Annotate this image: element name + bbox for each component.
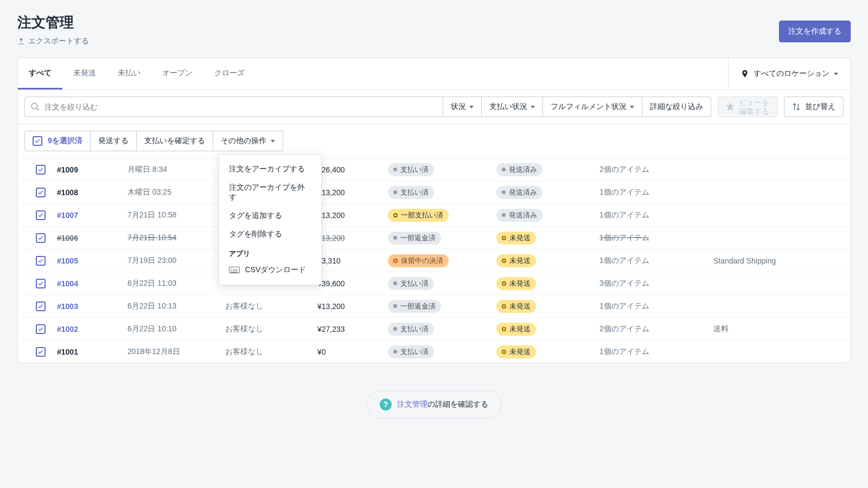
order-id-link[interactable]: #1001 xyxy=(57,348,127,356)
order-items: 1個のアイテム xyxy=(599,347,713,357)
fulfillment-status: 未発送 xyxy=(496,232,599,245)
row-checkbox[interactable] xyxy=(36,165,46,175)
order-id-link[interactable]: #1009 xyxy=(57,165,127,174)
search-input[interactable] xyxy=(40,102,437,111)
order-date: 7月19日 23:00 xyxy=(127,256,225,266)
row-checkbox[interactable] xyxy=(36,188,46,197)
order-id-link[interactable]: #1006 xyxy=(57,234,127,242)
table-row[interactable]: #1009月曜日 8:34¥26,400支払い済発送済み2個のアイテム xyxy=(18,158,850,181)
learn-more-link[interactable]: ? 注文管理の詳細を確認する xyxy=(366,390,502,419)
fulfillment-status: 未発送 xyxy=(496,300,599,313)
table-row[interactable]: #10057月19日 23:00¥3,310保留中の決済未発送1個のアイテムSt… xyxy=(18,249,850,272)
bulk-actions-dropdown: 注文をアーカイブする 注文のアーカイブを外す タグを追加する タグを削除する ア… xyxy=(219,154,322,285)
svg-point-0 xyxy=(31,103,37,109)
row-checkbox[interactable] xyxy=(36,279,46,288)
dd-archive[interactable]: 注文をアーカイブする xyxy=(219,160,321,178)
bulk-select-all[interactable]: 9を選択済 xyxy=(24,131,91,151)
order-id-link[interactable]: #1002 xyxy=(57,325,127,333)
order-items: 2個のアイテム xyxy=(599,165,713,175)
dd-unarchive[interactable]: 注文のアーカイブを外す xyxy=(219,178,321,207)
page-title: 注文管理 xyxy=(17,13,89,32)
status-badge: 一部返金済 xyxy=(388,300,441,313)
order-total: ¥0 xyxy=(317,348,388,356)
row-checkbox[interactable] xyxy=(36,233,46,243)
row-checkbox[interactable] xyxy=(36,256,46,266)
tab-unshipped[interactable]: 未発送 xyxy=(62,59,107,89)
order-date: 6月22日 10:13 xyxy=(127,301,225,311)
order-id-link[interactable]: #1007 xyxy=(57,211,127,220)
sort-icon xyxy=(792,102,801,111)
location-select[interactable]: すべてのロケーション xyxy=(728,58,850,89)
table-row[interactable]: #1008木曜日 03:25¥13,200支払い済発送済み1個のアイテム xyxy=(18,181,850,203)
tabs: すべて 未発送 未払い オープン クローズ xyxy=(18,59,256,89)
payment-status: 支払い済 xyxy=(388,323,496,336)
payment-status: 支払い済 xyxy=(388,345,496,358)
order-id-link[interactable]: #1003 xyxy=(57,302,127,311)
status-badge: 一部支払い済 xyxy=(388,209,449,222)
order-id-link[interactable]: #1005 xyxy=(57,256,127,265)
order-date: 2018年12月8日 xyxy=(127,347,225,357)
payment-status: 一部支払い済 xyxy=(388,209,496,222)
status-badge: 保留中の決済 xyxy=(388,254,449,267)
sort-button[interactable]: 並び替え xyxy=(784,97,844,117)
row-checkbox[interactable] xyxy=(36,347,46,357)
status-badge: 発送済み xyxy=(496,209,542,222)
order-total: ¥13,200 xyxy=(317,234,388,242)
status-badge: 未発送 xyxy=(496,300,536,313)
tab-closed[interactable]: クローズ xyxy=(203,59,256,89)
status-badge: 支払い済 xyxy=(388,345,434,358)
row-checkbox[interactable] xyxy=(36,210,46,220)
table-row[interactable]: #10012018年12月8日お客様なし¥0支払い済未発送1個のアイテム xyxy=(18,340,850,363)
csv-icon: csv xyxy=(229,267,240,273)
fulfillment-status: 発送済み xyxy=(496,163,599,176)
chevron-down-icon xyxy=(531,106,535,108)
dd-remove-tags[interactable]: タグを削除する xyxy=(219,225,321,243)
checkbox-icon[interactable] xyxy=(33,136,42,146)
dd-add-tags[interactable]: タグを追加する xyxy=(219,207,321,225)
tab-open[interactable]: オープン xyxy=(151,59,203,89)
fulfillment-status: 未発送 xyxy=(496,345,599,358)
fulfillment-status: 未発送 xyxy=(496,254,599,267)
status-badge: 未発送 xyxy=(496,323,536,336)
chevron-down-icon xyxy=(630,106,634,108)
filter-more[interactable]: 詳細な絞り込み xyxy=(642,97,711,117)
order-id-link[interactable]: #1008 xyxy=(57,188,127,197)
location-label: すべてのロケーション xyxy=(754,69,829,79)
search-icon xyxy=(30,102,40,112)
order-total: ¥26,400 xyxy=(317,165,388,174)
bulk-more-button[interactable]: その他の操作 xyxy=(213,131,283,151)
filter-fulfillment[interactable]: フルフィルメント状況 xyxy=(543,97,642,117)
tab-unpaid[interactable]: 未払い xyxy=(107,59,151,89)
order-date: 7月21日 10:58 xyxy=(127,210,225,220)
row-checkbox[interactable] xyxy=(36,324,46,334)
table-row[interactable]: #10036月22日 10:13お客様なし¥13,200一部返金済未発送1個のア… xyxy=(18,294,850,317)
order-items: 1個のアイテム xyxy=(599,256,713,266)
order-total: ¥13,200 xyxy=(317,211,388,220)
table-row[interactable]: #10067月21日 10:54¥13,200一部返金済未発送1個のアイテム xyxy=(18,226,850,249)
search-input-wrap[interactable] xyxy=(24,97,443,117)
table-row[interactable]: #10026月22日 10:10お客様なし¥27,233支払い済未発送2個のアイ… xyxy=(18,317,850,340)
bulk-ship-button[interactable]: 発送する xyxy=(91,131,137,151)
order-total: ¥39,600 xyxy=(317,279,388,288)
order-date: 7月21日 10:54 xyxy=(127,233,225,243)
export-icon xyxy=(17,37,25,45)
status-badge: 支払い済 xyxy=(388,186,434,199)
save-view-button: ビューを編集する xyxy=(718,97,777,117)
filter-status[interactable]: 状況 xyxy=(443,97,482,117)
order-total: ¥13,200 xyxy=(317,188,388,197)
payment-status: 支払い済 xyxy=(388,186,496,199)
row-checkbox[interactable] xyxy=(36,301,46,311)
table-row[interactable]: #10077月21日 10:58¥13,200一部支払い済発送済み1個のアイテム xyxy=(18,203,850,226)
filter-payment[interactable]: 支払い状況 xyxy=(482,97,543,117)
order-shipping: Standard Shipping xyxy=(713,256,850,265)
status-badge: 発送済み xyxy=(496,163,542,176)
bulk-capture-button[interactable]: 支払いを確定する xyxy=(137,131,213,151)
order-items: 1個のアイテム xyxy=(599,301,713,311)
export-link[interactable]: エクスポートする xyxy=(17,36,89,46)
order-id-link[interactable]: #1004 xyxy=(57,279,127,288)
dd-csv-download[interactable]: csvCSVダウンロード xyxy=(219,261,321,279)
table-row[interactable]: #10046月22日 11:03¥39,600支払い済未発送3個のアイテム xyxy=(18,272,850,294)
create-order-button[interactable]: 注文を作成する xyxy=(779,21,851,42)
tab-all[interactable]: すべて xyxy=(18,59,62,89)
order-date: 6月22日 10:10 xyxy=(127,324,225,334)
